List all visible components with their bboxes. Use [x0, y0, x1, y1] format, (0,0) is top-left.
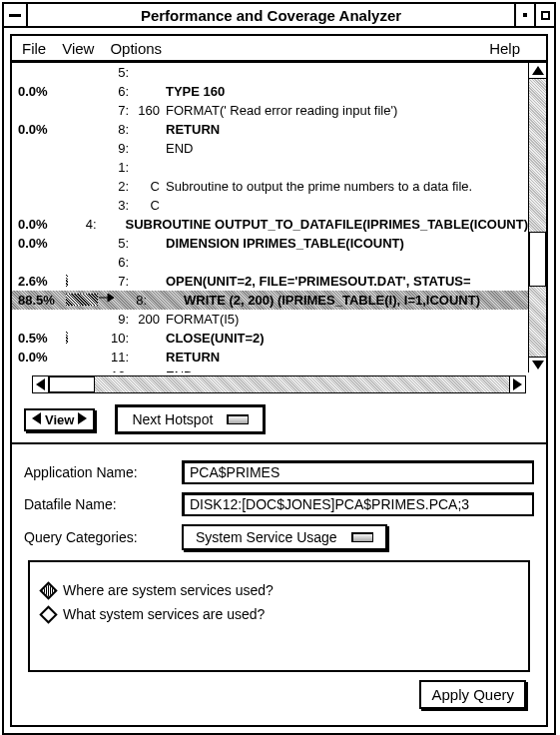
- source-text: Subroutine to output the prime numbers t…: [166, 177, 528, 196]
- code-row[interactable]: 3:C: [12, 196, 528, 215]
- coverage-percent: [18, 101, 66, 120]
- scroll-down-icon[interactable]: [529, 357, 546, 372]
- coverage-bar: [66, 272, 98, 291]
- code-row[interactable]: 12:END: [12, 367, 528, 372]
- coverage-bar: [66, 101, 98, 120]
- source-text: RETURN: [166, 348, 528, 367]
- statement-label: [132, 329, 166, 348]
- code-row[interactable]: 5:: [12, 63, 528, 82]
- line-number: 6:: [98, 82, 132, 101]
- coverage-bar: [66, 82, 98, 101]
- source-text: TYPE 160: [166, 82, 528, 101]
- code-row[interactable]: 7:160FORMAT(' Read error reading input f…: [12, 101, 528, 120]
- application-name-label: Application Name:: [24, 464, 174, 480]
- source-text: RETURN: [166, 120, 528, 139]
- coverage-percent: 0.0%: [18, 348, 66, 367]
- statement-label: [132, 158, 166, 177]
- view-next-icon[interactable]: [78, 412, 87, 427]
- code-pane: 5:0.0%6:TYPE 1607:160FORMAT(' Read error…: [12, 63, 546, 372]
- code-row[interactable]: 0.0%4:SUBROUTINE OUTPUT_TO_DATAFILE(IPRI…: [12, 215, 528, 234]
- coverage-bar: [66, 310, 98, 329]
- code-row[interactable]: 0.5%10:CLOSE(UNIT=2): [12, 329, 528, 348]
- system-menu-icon[interactable]: [4, 4, 28, 26]
- coverage-percent: 0.0%: [18, 120, 66, 139]
- coverage-bar: [66, 177, 98, 196]
- menu-help[interactable]: Help: [489, 40, 520, 57]
- query-option-2-label: What system services are used?: [63, 606, 265, 622]
- coverage-percent: 0.5%: [18, 329, 66, 348]
- scroll-up-icon[interactable]: [529, 63, 546, 79]
- coverage-bar: [66, 348, 98, 367]
- query-categories-dropdown[interactable]: System Service Usage: [182, 524, 387, 550]
- query-option-2[interactable]: What system services are used?: [42, 606, 516, 622]
- coverage-percent: [18, 310, 66, 329]
- code-row[interactable]: 2.6%7:OPEN(UNIT=2, FILE='PRIMESOUT.DAT',…: [12, 272, 528, 291]
- minimize-button[interactable]: [514, 4, 534, 26]
- code-row[interactable]: 1:: [12, 158, 528, 177]
- coverage-percent: [18, 367, 66, 372]
- line-number: 7:: [98, 101, 132, 120]
- diamond-unselected-icon: [39, 605, 57, 623]
- horizontal-scrollbar[interactable]: [32, 375, 526, 393]
- navigation-row: View Next Hotspot: [12, 396, 546, 444]
- hotspot-pointer-icon: [98, 291, 116, 310]
- next-hotspot-button[interactable]: Next Hotspot: [115, 404, 266, 434]
- source-text: END: [166, 139, 528, 158]
- vertical-scrollbar[interactable]: [528, 63, 546, 372]
- coverage-bar: [52, 215, 75, 234]
- statement-label: [100, 215, 126, 234]
- statement-label: [132, 139, 166, 158]
- code-row[interactable]: 0.0%5:DIMENSION IPRIMES_TABLE(ICOUNT): [12, 234, 528, 253]
- scroll-right-icon[interactable]: [509, 376, 525, 392]
- coverage-bar: [66, 329, 98, 348]
- menu-file[interactable]: File: [22, 40, 46, 57]
- menu-view[interactable]: View: [62, 40, 94, 57]
- scroll-left-icon[interactable]: [33, 376, 49, 392]
- application-name-field[interactable]: PCA$PRIMES: [182, 460, 534, 484]
- source-text: [166, 63, 528, 82]
- statement-label: [132, 234, 166, 253]
- query-option-1-label: Where are system services used?: [63, 582, 274, 598]
- source-text: [166, 253, 528, 272]
- code-row[interactable]: 88.5%8:WRITE (2, 200) (IPRIMES_TABLE(I),…: [12, 291, 528, 310]
- view-nav: View: [24, 408, 95, 431]
- coverage-percent: [18, 139, 66, 158]
- hscroll-thumb[interactable]: [49, 376, 95, 392]
- view-prev-icon[interactable]: [32, 412, 41, 427]
- code-row[interactable]: 9:END: [12, 139, 528, 158]
- apply-query-label: Apply Query: [431, 686, 514, 703]
- coverage-bar: [66, 63, 98, 82]
- scroll-track[interactable]: [529, 79, 546, 357]
- datafile-name-label: Datafile Name:: [24, 496, 174, 512]
- code-row[interactable]: 0.0%6:TYPE 160: [12, 82, 528, 101]
- line-number: 3:: [98, 196, 132, 215]
- query-option-1[interactable]: Where are system services used?: [42, 582, 516, 598]
- line-number: 7:: [98, 272, 132, 291]
- line-number: 2:: [98, 177, 132, 196]
- statement-label: [132, 63, 166, 82]
- source-text: SUBROUTINE OUTPUT_TO_DATAFILE(IPRIMES_TA…: [126, 215, 528, 234]
- line-number: 9:: [98, 310, 132, 329]
- coverage-percent: [18, 63, 66, 82]
- datafile-name-field[interactable]: DISK12:[DOC$JONES]PCA$PRIMES.PCA;3: [182, 492, 534, 516]
- line-number: 11:: [98, 348, 132, 367]
- app-window: Performance and Coverage Analyzer File V…: [2, 2, 556, 735]
- code-row[interactable]: 9:200FORMAT(I5): [12, 310, 528, 329]
- maximize-button[interactable]: [534, 4, 554, 26]
- code-row[interactable]: 0.0%11:RETURN: [12, 348, 528, 367]
- code-row[interactable]: 2:CSubroutine to output the prime number…: [12, 177, 528, 196]
- statement-label: [150, 291, 184, 310]
- menu-options[interactable]: Options: [110, 40, 162, 57]
- statement-label: C: [132, 196, 166, 215]
- apply-query-button[interactable]: Apply Query: [419, 680, 526, 709]
- line-number: 8:: [116, 291, 150, 310]
- diamond-selected-icon: [39, 581, 57, 599]
- application-name-value: PCA$PRIMES: [190, 464, 280, 480]
- code-row[interactable]: 6:: [12, 253, 528, 272]
- window-title: Performance and Coverage Analyzer: [28, 7, 514, 24]
- scroll-thumb[interactable]: [529, 232, 546, 288]
- line-number: 5:: [98, 63, 132, 82]
- next-hotspot-label: Next Hotspot: [132, 411, 213, 427]
- coverage-percent: [18, 253, 66, 272]
- code-row[interactable]: 0.0%8:RETURN: [12, 120, 528, 139]
